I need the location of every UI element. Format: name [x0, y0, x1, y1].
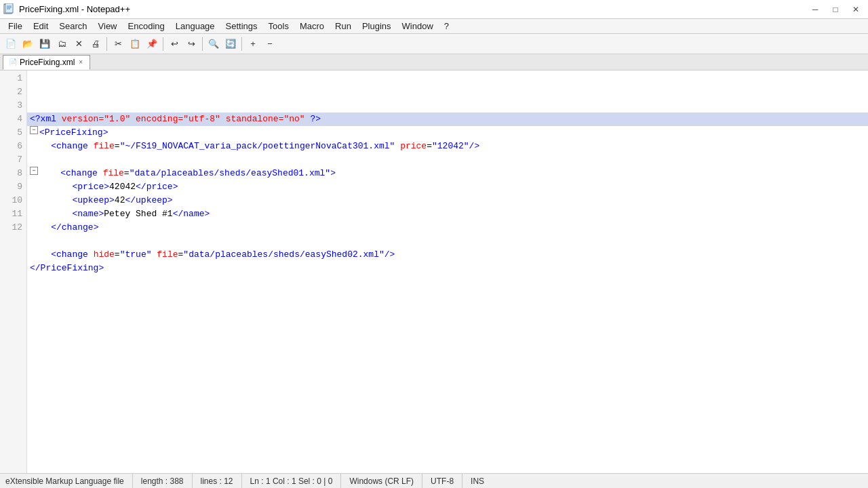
- code-content-8: <name>Petey Shed #1</name>: [30, 207, 210, 221]
- sep4: [241, 37, 242, 51]
- undo-toolbar-button[interactable]: ↩: [166, 36, 182, 52]
- save-toolbar-button[interactable]: 💾: [37, 36, 53, 52]
- code-area[interactable]: <?xml version="1.0" encoding="utf-8" sta…: [27, 70, 868, 473]
- line-num-7: 7: [4, 153, 22, 167]
- code-line-7[interactable]: <upkeep>42</upkeep>: [27, 194, 868, 207]
- code-content-3: <change file="~/FS19_NOVACAT_varia_pack/…: [30, 140, 479, 153]
- title-text: PriceFixing.xml - Notepad++: [19, 4, 130, 14]
- close-button[interactable]: ✕: [846, 3, 865, 16]
- svg-rect-1: [5, 3, 13, 13]
- menu-item-plugins[interactable]: Plugins: [357, 20, 397, 33]
- print-toolbar-button[interactable]: 🖨: [87, 36, 104, 52]
- tab-label-0: PriceFixing.xml: [20, 58, 75, 67]
- code-content-7: <upkeep>42</upkeep>: [30, 194, 173, 207]
- toolbar: 📄📂💾🗂✕🖨✂📋📌↩↪🔍🔄+−: [0, 34, 868, 54]
- code-content-9: </change>: [30, 221, 98, 235]
- code-content-11: <change hide="true" file="data/placeable…: [30, 248, 395, 262]
- line-num-8: 8: [4, 167, 22, 180]
- code-line-1[interactable]: <?xml version="1.0" encoding="utf-8" sta…: [27, 113, 868, 126]
- sep1: [106, 37, 107, 51]
- replace-toolbar-button[interactable]: 🔄: [222, 36, 239, 52]
- paste-toolbar-button[interactable]: 📌: [144, 36, 160, 52]
- tab-bar: 📄PriceFixing.xml×: [0, 54, 868, 70]
- copy-toolbar-button[interactable]: 📋: [127, 36, 143, 52]
- title-bar-controls: ─ □ ✕: [806, 3, 865, 16]
- sep2: [163, 37, 163, 51]
- menu-item-file[interactable]: File: [3, 20, 28, 33]
- menu-item-search[interactable]: Search: [54, 20, 92, 33]
- menu-bar: FileEditSearchViewEncodingLanguageSettin…: [0, 19, 868, 34]
- line-num-10: 10: [4, 194, 22, 207]
- code-line-4[interactable]: [27, 153, 868, 167]
- fold-btn-5[interactable]: −: [30, 167, 38, 175]
- find-toolbar-button[interactable]: 🔍: [205, 36, 222, 52]
- code-line-9[interactable]: </change>: [27, 221, 868, 235]
- line-num-2: 2: [4, 85, 22, 99]
- line-num-6: 6: [4, 140, 22, 153]
- code-line-3[interactable]: <change file="~/FS19_NOVACAT_varia_pack/…: [27, 140, 868, 153]
- menu-item-?[interactable]: ?: [439, 20, 454, 33]
- zoom-in-toolbar-button[interactable]: +: [245, 36, 261, 52]
- lines-status: lines : 12: [193, 474, 242, 488]
- code-content-6: <price>42042</price>: [30, 180, 178, 194]
- line-ending-status: Windows (CR LF): [341, 474, 422, 488]
- code-line-2[interactable]: −<PriceFixing>: [27, 126, 868, 140]
- code-line-5[interactable]: − <change file="data/placeables/sheds/ea…: [27, 167, 868, 180]
- file-type-status: eXtensible Markup Language file: [5, 474, 133, 488]
- code-line-11[interactable]: <change hide="true" file="data/placeable…: [27, 248, 868, 262]
- new-toolbar-button[interactable]: 📄: [3, 36, 19, 52]
- sep3: [202, 37, 203, 51]
- line-num-3: 3: [4, 99, 22, 113]
- fold-btn-2[interactable]: −: [30, 126, 38, 134]
- code-content-10: [30, 235, 35, 248]
- code-line-12[interactable]: </PriceFixing>: [27, 262, 868, 275]
- code-content-12: </PriceFixing>: [30, 262, 104, 275]
- menu-item-encoding[interactable]: Encoding: [123, 20, 170, 33]
- line-num-4: 4: [4, 113, 22, 126]
- menu-item-window[interactable]: Window: [397, 20, 439, 33]
- line-num-1: 1: [4, 72, 22, 85]
- menu-item-settings[interactable]: Settings: [220, 20, 263, 33]
- cut-toolbar-button[interactable]: ✂: [110, 36, 126, 52]
- tab-close-0[interactable]: ×: [77, 58, 84, 66]
- menu-item-tools[interactable]: Tools: [263, 20, 294, 33]
- maximize-button[interactable]: □: [826, 3, 845, 16]
- zoom-out-toolbar-button[interactable]: −: [262, 36, 278, 52]
- menu-item-run[interactable]: Run: [330, 20, 357, 33]
- line-num-11: 11: [4, 207, 22, 221]
- title-bar-left: PriceFixing.xml - Notepad++: [3, 3, 130, 16]
- line-num-5: 5: [4, 126, 22, 140]
- tab-0[interactable]: 📄PriceFixing.xml×: [3, 55, 90, 70]
- line-num-9: 9: [4, 180, 22, 194]
- editor-container: 123456789101112 <?xml version="1.0" enco…: [0, 70, 868, 473]
- code-line-6[interactable]: <price>42042</price>: [27, 180, 868, 194]
- app-icon: [3, 3, 15, 16]
- open-toolbar-button[interactable]: 📂: [20, 36, 36, 52]
- code-content-2: <PriceFixing>: [39, 126, 108, 140]
- status-bar: eXtensible Markup Language file length :…: [0, 473, 868, 488]
- redo-toolbar-button[interactable]: ↪: [183, 36, 199, 52]
- save-all-toolbar-button[interactable]: 🗂: [54, 36, 70, 52]
- code-line-8[interactable]: <name>Petey Shed #1</name>: [27, 207, 868, 221]
- tab-icon-0: 📄: [9, 58, 17, 66]
- code-line-10[interactable]: [27, 235, 868, 248]
- close-toolbar-button[interactable]: ✕: [71, 36, 87, 52]
- menu-item-view[interactable]: View: [93, 20, 123, 33]
- minimize-button[interactable]: ─: [806, 3, 825, 16]
- line-num-12: 12: [4, 221, 22, 235]
- mode-status: INS: [462, 474, 492, 488]
- position-status: Ln : 1 Col : 1 Sel : 0 | 0: [242, 474, 342, 488]
- menu-item-macro[interactable]: Macro: [294, 20, 330, 33]
- code-content-4: [30, 153, 35, 167]
- menu-item-edit[interactable]: Edit: [28, 20, 54, 33]
- code-content-1: <?xml version="1.0" encoding="utf-8" sta…: [30, 113, 321, 126]
- length-status: length : 388: [133, 474, 193, 488]
- line-numbers: 123456789101112: [0, 70, 27, 473]
- menu-item-language[interactable]: Language: [170, 20, 220, 33]
- code-content-5: <change file="data/placeables/sheds/easy…: [39, 167, 336, 180]
- title-bar: PriceFixing.xml - Notepad++ ─ □ ✕: [0, 0, 868, 19]
- encoding-status: UTF-8: [422, 474, 462, 488]
